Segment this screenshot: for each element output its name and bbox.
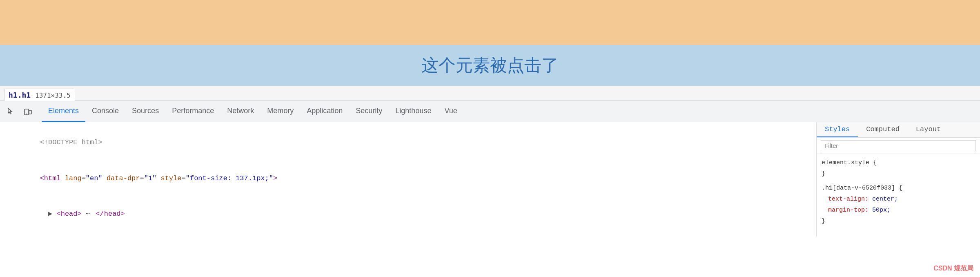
tooltip-selector: h1.h1: [9, 91, 31, 99]
styles-tab-layout[interactable]: Layout: [908, 122, 949, 137]
styles-panel: Styles Computed Layout element.style { }: [817, 122, 980, 237]
devtools-icons: [3, 104, 35, 119]
tab-vue[interactable]: Vue: [438, 101, 463, 122]
browser-top: [0, 0, 980, 45]
devtools: Elements Console Sources Performance Net…: [0, 101, 980, 237]
tab-lighthouse[interactable]: Lighthouse: [389, 101, 438, 122]
page-content: 这个元素被点击了: [0, 45, 980, 86]
dom-panel[interactable]: <!DOCTYPE html> <html lang="en" data-dpr…: [0, 122, 817, 237]
style-prop-margin-top: margin-top: 50px;: [822, 205, 975, 216]
style-selector-h1: .h1[data-v-6520f033] {: [822, 183, 975, 194]
devtools-tab-bar: Elements Console Sources Performance Net…: [0, 101, 980, 122]
tab-elements[interactable]: Elements: [42, 101, 85, 122]
svg-rect-1: [29, 110, 31, 114]
style-rule-h1: .h1[data-v-6520f033] { text-align: cente…: [822, 183, 975, 227]
tab-sources[interactable]: Sources: [125, 101, 165, 122]
dom-line-4: ▼ <body style="font-size: 12px;">: [0, 232, 816, 237]
style-prop-text-align: text-align: center;: [822, 194, 975, 205]
tab-console[interactable]: Console: [85, 101, 125, 122]
page-heading: 这个元素被点击了: [421, 54, 559, 77]
tab-memory[interactable]: Memory: [261, 101, 300, 122]
styles-tab-styles[interactable]: Styles: [817, 122, 858, 137]
dom-line-3: ▶ <head> ⋯ </head>: [0, 196, 816, 232]
tab-performance[interactable]: Performance: [165, 101, 220, 122]
style-close-h1: }: [822, 216, 975, 227]
style-rule-element: element.style { }: [822, 157, 975, 179]
styles-filter-input[interactable]: [821, 140, 976, 151]
tab-network[interactable]: Network: [220, 101, 261, 122]
tab-security[interactable]: Security: [349, 101, 389, 122]
element-tooltip: h1.h1 1371×33.5: [4, 89, 75, 101]
styles-content: element.style { } .h1[data-v-6520f033] {…: [817, 154, 980, 233]
tab-application[interactable]: Application: [300, 101, 349, 122]
device-mode-icon[interactable]: [20, 104, 35, 119]
styles-tab-bar: Styles Computed Layout: [817, 122, 980, 138]
style-close-element: }: [822, 168, 975, 179]
styles-filter-row: [817, 138, 980, 154]
tooltip-row: h1.h1 1371×33.5: [0, 86, 980, 101]
dom-line-2: <html lang="en" data-dpr="1" style="font…: [0, 161, 816, 197]
tooltip-dims: 1371×33.5: [35, 92, 71, 99]
dom-line-1: <!DOCTYPE html>: [0, 125, 816, 161]
styles-tab-computed[interactable]: Computed: [858, 122, 908, 137]
style-selector-element: element.style {: [822, 157, 975, 168]
devtools-content: <!DOCTYPE html> <html lang="en" data-dpr…: [0, 122, 980, 237]
inspect-mode-icon[interactable]: [3, 104, 18, 119]
